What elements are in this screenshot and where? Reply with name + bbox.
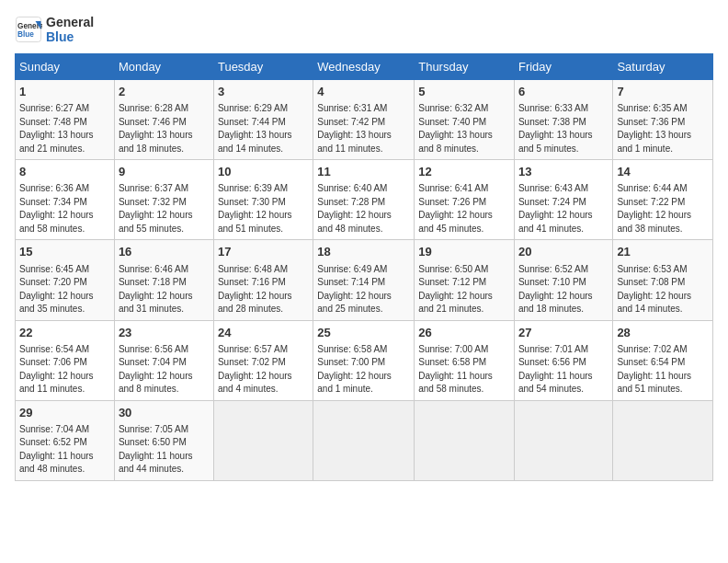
day-cell: 23Sunrise: 6:56 AM Sunset: 7:04 PM Dayli… [114,320,213,400]
day-number: 6 [518,84,609,100]
logo: General Blue General Blue [15,15,94,44]
day-number: 17 [218,244,309,260]
day-cell: 21Sunrise: 6:53 AM Sunset: 7:08 PM Dayli… [613,240,713,320]
day-cell: 7Sunrise: 6:35 AM Sunset: 7:36 PM Daylig… [613,80,713,160]
day-cell: 26Sunrise: 7:00 AM Sunset: 6:58 PM Dayli… [415,320,515,400]
day-info: Sunrise: 6:37 AM Sunset: 7:32 PM Dayligh… [119,182,210,236]
day-number: 5 [418,84,510,100]
day-cell: 12Sunrise: 6:41 AM Sunset: 7:26 PM Dayli… [415,160,515,240]
day-cell: 29Sunrise: 7:04 AM Sunset: 6:52 PM Dayli… [16,400,115,480]
day-info: Sunrise: 6:50 AM Sunset: 7:12 PM Dayligh… [418,263,510,316]
day-cell [213,400,313,480]
day-cell [415,400,515,480]
day-cell: 1Sunrise: 6:27 AM Sunset: 7:48 PM Daylig… [16,80,115,160]
column-header-wednesday: Wednesday [313,54,415,80]
day-cell [313,400,415,480]
day-cell [514,400,612,480]
day-info: Sunrise: 7:02 AM Sunset: 6:54 PM Dayligh… [617,343,709,396]
day-info: Sunrise: 6:58 AM Sunset: 7:00 PM Dayligh… [317,343,410,396]
day-number: 22 [19,325,110,341]
day-number: 3 [218,84,309,100]
day-cell: 4Sunrise: 6:31 AM Sunset: 7:42 PM Daylig… [313,80,415,160]
day-cell: 24Sunrise: 6:57 AM Sunset: 7:02 PM Dayli… [213,320,313,400]
column-header-tuesday: Tuesday [213,54,313,80]
day-info: Sunrise: 6:56 AM Sunset: 7:04 PM Dayligh… [119,343,210,396]
column-header-friday: Friday [514,54,612,80]
day-cell: 10Sunrise: 6:39 AM Sunset: 7:30 PM Dayli… [213,160,313,240]
day-cell: 9Sunrise: 6:37 AM Sunset: 7:32 PM Daylig… [114,160,213,240]
day-cell: 25Sunrise: 6:58 AM Sunset: 7:00 PM Dayli… [313,320,415,400]
day-number: 2 [119,84,210,100]
week-row-1: 1Sunrise: 6:27 AM Sunset: 7:48 PM Daylig… [16,80,713,160]
day-cell: 8Sunrise: 6:36 AM Sunset: 7:34 PM Daylig… [16,160,115,240]
day-cell [613,400,713,480]
logo-icon: General Blue [15,16,42,43]
day-info: Sunrise: 6:43 AM Sunset: 7:24 PM Dayligh… [518,182,609,236]
day-number: 11 [317,164,410,180]
column-header-sunday: Sunday [16,54,115,80]
day-info: Sunrise: 7:05 AM Sunset: 6:50 PM Dayligh… [119,423,210,477]
svg-text:Blue: Blue [17,30,34,39]
day-info: Sunrise: 6:27 AM Sunset: 7:48 PM Dayligh… [19,102,110,155]
day-info: Sunrise: 6:53 AM Sunset: 7:08 PM Dayligh… [617,263,709,316]
day-info: Sunrise: 6:31 AM Sunset: 7:42 PM Dayligh… [317,102,410,155]
day-number: 19 [418,244,510,260]
day-cell: 19Sunrise: 6:50 AM Sunset: 7:12 PM Dayli… [415,240,515,320]
day-info: Sunrise: 6:54 AM Sunset: 7:06 PM Dayligh… [19,343,110,396]
day-cell: 3Sunrise: 6:29 AM Sunset: 7:44 PM Daylig… [213,80,313,160]
day-info: Sunrise: 6:46 AM Sunset: 7:18 PM Dayligh… [119,263,210,316]
day-info: Sunrise: 7:01 AM Sunset: 6:56 PM Dayligh… [518,343,609,396]
day-info: Sunrise: 6:48 AM Sunset: 7:16 PM Dayligh… [218,263,309,316]
day-number: 24 [218,325,309,341]
header-row: SundayMondayTuesdayWednesdayThursdayFrid… [16,54,713,80]
day-info: Sunrise: 6:49 AM Sunset: 7:14 PM Dayligh… [317,263,410,316]
column-header-thursday: Thursday [415,54,515,80]
day-number: 29 [19,405,110,421]
week-row-5: 29Sunrise: 7:04 AM Sunset: 6:52 PM Dayli… [16,400,713,480]
day-cell: 11Sunrise: 6:40 AM Sunset: 7:28 PM Dayli… [313,160,415,240]
day-cell: 6Sunrise: 6:33 AM Sunset: 7:38 PM Daylig… [514,80,612,160]
day-info: Sunrise: 6:52 AM Sunset: 7:10 PM Dayligh… [518,263,609,316]
day-info: Sunrise: 6:45 AM Sunset: 7:20 PM Dayligh… [19,263,110,316]
day-number: 10 [218,164,309,180]
day-cell: 2Sunrise: 6:28 AM Sunset: 7:46 PM Daylig… [114,80,213,160]
day-number: 7 [617,84,709,100]
day-number: 18 [317,244,410,260]
day-cell: 17Sunrise: 6:48 AM Sunset: 7:16 PM Dayli… [213,240,313,320]
day-number: 27 [518,325,609,341]
day-info: Sunrise: 6:57 AM Sunset: 7:02 PM Dayligh… [218,343,309,396]
day-number: 25 [317,325,410,341]
header: General Blue General Blue [15,15,713,44]
day-cell: 13Sunrise: 6:43 AM Sunset: 7:24 PM Dayli… [514,160,612,240]
day-number: 1 [19,84,110,100]
day-number: 12 [418,164,510,180]
day-number: 9 [119,164,210,180]
day-number: 26 [418,325,510,341]
day-cell: 27Sunrise: 7:01 AM Sunset: 6:56 PM Dayli… [514,320,612,400]
day-cell: 28Sunrise: 7:02 AM Sunset: 6:54 PM Dayli… [613,320,713,400]
day-number: 13 [518,164,609,180]
day-number: 30 [119,405,210,421]
day-info: Sunrise: 6:39 AM Sunset: 7:30 PM Dayligh… [218,182,309,236]
column-header-saturday: Saturday [613,54,713,80]
day-number: 14 [617,164,709,180]
week-row-3: 15Sunrise: 6:45 AM Sunset: 7:20 PM Dayli… [16,240,713,320]
day-info: Sunrise: 6:28 AM Sunset: 7:46 PM Dayligh… [119,102,210,155]
week-row-4: 22Sunrise: 6:54 AM Sunset: 7:06 PM Dayli… [16,320,713,400]
day-info: Sunrise: 6:35 AM Sunset: 7:36 PM Dayligh… [617,102,709,155]
logo-text: General Blue [46,15,94,44]
page: General Blue General Blue SundayMondayTu… [0,0,728,563]
day-number: 15 [19,244,110,260]
day-number: 28 [617,325,709,341]
day-cell: 16Sunrise: 6:46 AM Sunset: 7:18 PM Dayli… [114,240,213,320]
day-cell: 18Sunrise: 6:49 AM Sunset: 7:14 PM Dayli… [313,240,415,320]
day-info: Sunrise: 6:36 AM Sunset: 7:34 PM Dayligh… [19,182,110,236]
day-info: Sunrise: 6:44 AM Sunset: 7:22 PM Dayligh… [617,182,709,236]
column-header-monday: Monday [114,54,213,80]
day-cell: 20Sunrise: 6:52 AM Sunset: 7:10 PM Dayli… [514,240,612,320]
day-cell: 22Sunrise: 6:54 AM Sunset: 7:06 PM Dayli… [16,320,115,400]
day-info: Sunrise: 6:40 AM Sunset: 7:28 PM Dayligh… [317,182,410,236]
day-number: 21 [617,244,709,260]
week-row-2: 8Sunrise: 6:36 AM Sunset: 7:34 PM Daylig… [16,160,713,240]
day-number: 23 [119,325,210,341]
